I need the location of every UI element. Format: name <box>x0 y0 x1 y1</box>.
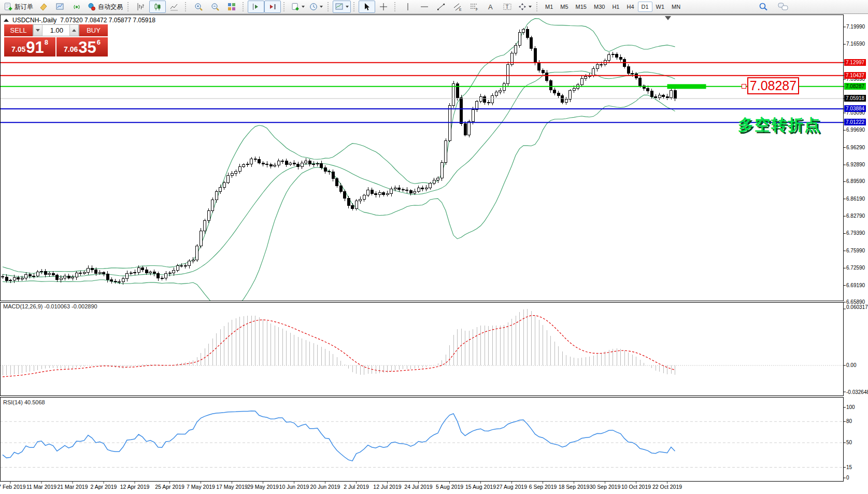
volume-decrease-button[interactable] <box>33 25 42 36</box>
price-axis-tick: 6.82790 <box>846 213 865 219</box>
price-axis-tick: 6.72590 <box>846 265 865 271</box>
macd-label: MACD(12,26,9) -0.010063 -0.002890 <box>3 303 97 309</box>
macd-axis-max: 0.060317 <box>846 304 868 310</box>
caret-down-icon <box>36 29 40 32</box>
price-axis-tick: 6.65890 <box>846 299 865 305</box>
price-axis-tick: 6.86190 <box>846 196 865 202</box>
buy-price-display[interactable]: 7.06356 <box>56 37 108 57</box>
sell-price-prefix: 7.05 <box>11 45 25 53</box>
price-axis-tick: 6.96290 <box>846 145 865 150</box>
price-line-label: 7.05918 <box>844 95 866 102</box>
macd-axis-min: -0.032648 <box>846 389 868 395</box>
mt4-window: 新订单 自动交易 <box>0 0 868 494</box>
rsi-axis-tick: 80 <box>846 418 852 424</box>
rsi-axis-tick: 15 <box>846 464 852 470</box>
buy-price-big: 35 <box>78 39 96 55</box>
sell-price-display[interactable]: 7.05918 <box>4 37 55 57</box>
symbol-period-title: USDCNH-,Daily <box>12 17 56 24</box>
ohlc-values: 7.07320 7.08472 7.05877 7.05918 <box>60 17 155 24</box>
buy-button[interactable]: BUY <box>79 24 108 36</box>
buy-price-sup: 6 <box>97 38 101 46</box>
caret-up-icon <box>72 29 76 32</box>
callout-handle[interactable] <box>742 84 746 89</box>
one-click-trading-panel: SELL 1.00 BUY 7.05918 7.06356 <box>4 24 108 57</box>
date-axis-label[interactable]: 22 Oct 2019 <box>643 484 692 490</box>
price-line-label: 7.01222 <box>844 119 866 125</box>
price-line-label: 7.03884 <box>844 105 866 112</box>
turning-point-annotation[interactable]: 多空转折点 <box>738 115 821 136</box>
macd-axis-zero: 0.00 <box>846 362 856 368</box>
buy-price-prefix: 7.06 <box>64 45 78 53</box>
price-axis-tick: 6.69190 <box>846 283 865 288</box>
volume-spinner: 1.00 <box>33 24 79 36</box>
sell-price-big: 91 <box>26 39 44 55</box>
rsi-axis-tick: 50 <box>846 440 852 445</box>
price-axis-tick: 6.79390 <box>846 230 865 236</box>
rsi-label: RSI(14) 40.5068 <box>3 399 45 405</box>
price-line-label: 7.10437 <box>844 72 866 79</box>
volume-input[interactable]: 1.00 <box>42 25 69 36</box>
price-line-label: 7.08287 <box>844 83 866 90</box>
price-axis-tick: 6.89590 <box>846 178 865 184</box>
price-axis-tick: 6.92890 <box>846 162 865 167</box>
price-axis-tick: 6.99690 <box>846 127 865 133</box>
price-axis-tick: 7.19990 <box>846 24 865 30</box>
rsi-pane-canvas[interactable] <box>0 0 868 494</box>
sell-price-sup: 8 <box>45 38 48 46</box>
price-line-label: 7.12997 <box>844 59 866 66</box>
rsi-axis-tick: 100 <box>846 404 855 410</box>
price-axis-tick: 7.16590 <box>846 41 865 47</box>
price-callout-box[interactable]: 7.08287 <box>747 77 799 94</box>
price-axis-tick: 6.75990 <box>846 248 865 253</box>
one-click-collapse-icon[interactable] <box>4 19 9 22</box>
volume-increase-button[interactable] <box>69 25 79 36</box>
sell-button[interactable]: SELL <box>4 24 33 36</box>
chart-title-row: USDCNH-,Daily 7.07320 7.08472 7.05877 7.… <box>4 17 155 24</box>
rsi-axis-tick: 0 <box>846 475 849 481</box>
